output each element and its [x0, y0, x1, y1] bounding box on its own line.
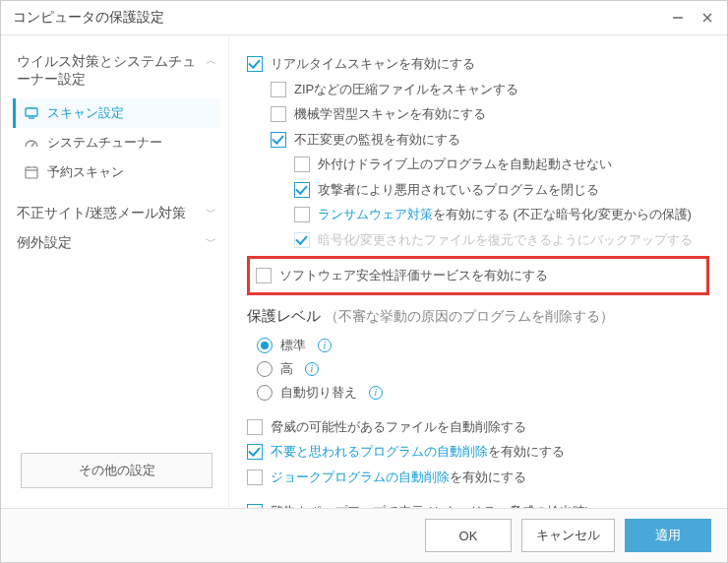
cancel-button[interactable]: キャンセル — [521, 519, 615, 552]
checkbox-label: ZIPなどの圧縮ファイルをスキャンする — [294, 80, 518, 99]
checkbox-label: リアルタイムスキャンを有効にする — [271, 54, 475, 74]
scan-icon — [24, 105, 39, 121]
window-title: コンピュータの保護設定 — [13, 9, 164, 27]
sidebar-item-system-tuner[interactable]: システムチューナー — [13, 128, 220, 157]
sidebar-section-label: 例外設定 — [17, 234, 72, 252]
checkbox-ransomware[interactable] — [294, 207, 310, 222]
checkbox-external-drive[interactable] — [294, 156, 310, 172]
chevron-down-icon: ﹀ — [206, 205, 216, 219]
close-icon[interactable] — [699, 10, 715, 26]
settings-window: コンピュータの保護設定 ウイルス対策とシステムチューナー設定 ︿ スキャン設定 — [0, 0, 728, 563]
footer: OK キャンセル 適用 — [1, 508, 727, 562]
calendar-icon — [24, 164, 39, 180]
checkbox-close-attacker[interactable] — [294, 182, 310, 198]
checkbox-row-ml: 機械学習型スキャンを有効にする — [271, 101, 709, 127]
checkbox-label: 攻撃者により悪用されているプログラムを閉じる — [318, 180, 599, 200]
sidebar-section-antivirus[interactable]: ウイルス対策とシステムチューナー設定 ︿ — [13, 47, 220, 94]
checkbox-label: 不要と思われるプログラムの自動削除を有効にする — [271, 442, 565, 462]
checkbox-label: ランサムウェア対策を有効にする (不正な暗号化/変更からの保護) — [318, 205, 692, 224]
svg-rect-6 — [26, 167, 37, 178]
radio-row-high: 高 i — [257, 357, 709, 381]
checkbox-label: 外付けドライブ上のプログラムを自動起動させない — [318, 155, 612, 174]
checkbox-auto-delete-threat[interactable] — [247, 419, 263, 435]
checkbox-row-auto-delete-joke: ジョークプログラムの自動削除を有効にする — [247, 465, 709, 490]
checkbox-ml[interactable] — [271, 106, 286, 122]
radio-standard[interactable] — [257, 338, 273, 353]
checkbox-tamper[interactable] — [271, 132, 286, 148]
checkbox-label: ソフトウェア安全性評価サービスを有効にする — [279, 266, 548, 285]
sidebar-section-label: 不正サイト/迷惑メール対策 — [17, 205, 186, 222]
sidebar-item-label: 予約スキャン — [47, 163, 124, 181]
titlebar-controls — [670, 10, 715, 26]
checkbox-label: 脅威の可能性があるファイルを自動削除する — [271, 417, 526, 437]
sidebar-section-exceptions[interactable]: 例外設定 ﹀ — [13, 228, 220, 258]
checkbox-zip[interactable] — [271, 82, 286, 97]
checkbox-realtime[interactable] — [247, 56, 263, 72]
minimize-icon[interactable] — [670, 10, 686, 26]
checkbox-popup-warning[interactable] — [247, 504, 263, 508]
joke-programs-link[interactable]: ジョークプログラムの自動削除 — [271, 469, 450, 484]
sidebar-section-label: ウイルス対策とシステムチューナー設定 — [17, 53, 206, 89]
checkbox-label: 機械学習型スキャンを有効にする — [294, 104, 486, 124]
checkbox-row-auto-delete-threat: 脅威の可能性があるファイルを自動削除する — [247, 414, 709, 440]
info-icon[interactable]: i — [305, 362, 319, 376]
checkbox-row-backup: 暗号化/変更されたファイルを復元できるようにバックアップする — [294, 227, 709, 253]
radio-label: 標準 — [280, 337, 306, 354]
checkbox-software-safety[interactable] — [256, 268, 272, 283]
window-body: ウイルス対策とシステムチューナー設定 ︿ スキャン設定 システムチューナー — [1, 35, 727, 508]
sidebar: ウイルス対策とシステムチューナー設定 ︿ スキャン設定 システムチューナー — [1, 35, 229, 508]
ransomware-link[interactable]: ランサムウェア対策 — [318, 207, 433, 221]
checkbox-row-external-drive: 外付けドライブ上のプログラムを自動起動させない — [294, 152, 709, 177]
radio-auto[interactable] — [257, 385, 273, 401]
svg-rect-3 — [26, 108, 37, 116]
checkbox-row-realtime: リアルタイムスキャンを有効にする — [247, 51, 709, 77]
sidebar-item-scan-settings[interactable]: スキャン設定 — [13, 98, 220, 128]
checkbox-row-tamper: 不正変更の監視を有効にする — [271, 127, 709, 153]
checkbox-row-software-safety: ソフトウェア安全性評価サービスを有効にする — [256, 263, 700, 288]
radio-row-auto: 自動切り替え i — [257, 381, 709, 405]
checkbox-row-close-attacker: 攻撃者により悪用されているプログラムを閉じる — [294, 177, 709, 203]
radio-label: 自動切り替え — [280, 384, 357, 402]
sidebar-item-label: スキャン設定 — [47, 104, 124, 122]
checkbox-row-popup-warning: 警告をポップアップで表示 (セキュリティ脅威の検出時) — [247, 499, 709, 508]
checkbox-auto-delete-unwanted[interactable] — [247, 444, 263, 460]
main-panel: リアルタイムスキャンを有効にする ZIPなどの圧縮ファイルをスキャンする 機械学… — [229, 35, 727, 508]
checkbox-row-ransomware: ランサムウェア対策を有効にする (不正な暗号化/変更からの保護) — [294, 202, 709, 227]
chevron-up-icon: ︿ — [206, 53, 216, 68]
sidebar-item-label: システムチューナー — [47, 134, 162, 152]
other-settings-button[interactable]: その他の設定 — [21, 453, 212, 488]
protection-level-heading: 保護レベル （不審な挙動の原因のプログラムを削除する） — [247, 307, 709, 326]
info-icon[interactable]: i — [369, 386, 383, 400]
info-icon[interactable]: i — [318, 339, 332, 352]
radio-label: 高 — [280, 360, 293, 378]
ok-button[interactable]: OK — [425, 519, 512, 552]
radio-row-standard: 標準 i — [257, 334, 709, 357]
checkbox-row-zip: ZIPなどの圧縮ファイルをスキャンする — [271, 77, 709, 102]
checkbox-row-auto-delete-unwanted: 不要と思われるプログラムの自動削除を有効にする — [247, 439, 709, 465]
checkbox-backup — [294, 232, 310, 248]
checkbox-label: 暗号化/変更されたファイルを復元できるようにバックアップする — [318, 230, 693, 250]
highlight-annotation: ソフトウェア安全性評価サービスを有効にする — [247, 256, 709, 295]
checkbox-auto-delete-joke[interactable] — [247, 469, 263, 485]
checkbox-label: ジョークプログラムの自動削除を有効にする — [271, 468, 526, 487]
chevron-down-icon: ﹀ — [206, 234, 216, 249]
unwanted-programs-link[interactable]: 不要と思われるプログラムの自動削除 — [271, 444, 488, 459]
gauge-icon — [24, 135, 39, 151]
titlebar: コンピュータの保護設定 — [1, 1, 727, 35]
sidebar-nav-items: スキャン設定 システムチューナー 予約スキャン — [13, 98, 220, 187]
sidebar-item-scheduled-scan[interactable]: 予約スキャン — [13, 157, 220, 187]
sidebar-section-websafety[interactable]: 不正サイト/迷惑メール対策 ﹀ — [13, 199, 220, 228]
radio-high[interactable] — [257, 361, 273, 377]
apply-button[interactable]: 適用 — [625, 519, 711, 552]
checkbox-label: 不正変更の監視を有効にする — [294, 130, 460, 150]
svg-line-5 — [31, 143, 34, 147]
